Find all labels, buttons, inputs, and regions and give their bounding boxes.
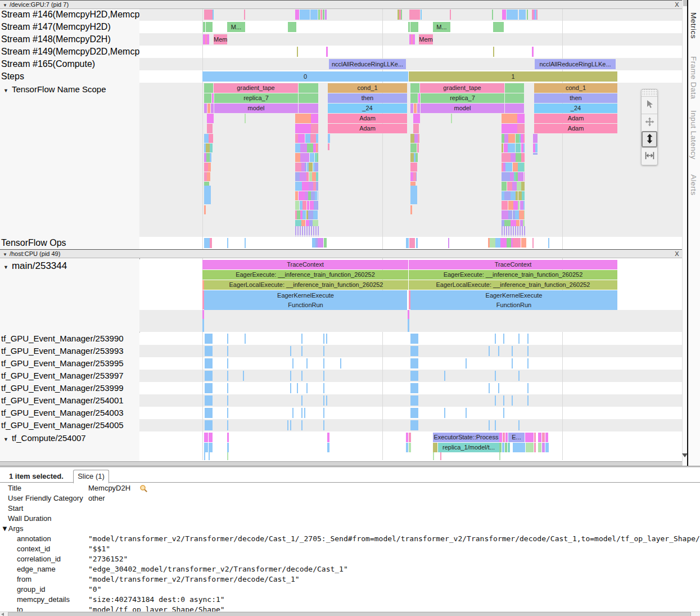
dense-slice[interactable] bbox=[295, 153, 300, 162]
dense-slice[interactable] bbox=[524, 226, 525, 235]
dense-slice[interactable] bbox=[516, 153, 521, 162]
dense-slice[interactable] bbox=[309, 182, 313, 191]
gpu-close-button[interactable]: X bbox=[673, 1, 681, 8]
trace-event-bar[interactable] bbox=[212, 93, 214, 103]
trace-event-bar[interactable] bbox=[327, 443, 329, 452]
dense-slice[interactable] bbox=[318, 238, 323, 248]
trace-event-bar[interactable] bbox=[517, 124, 525, 133]
trace-event-bar[interactable] bbox=[548, 238, 549, 248]
trace-event-bar[interactable] bbox=[245, 114, 246, 123]
dense-slice[interactable] bbox=[311, 191, 315, 200]
trace-event-bar[interactable] bbox=[495, 371, 496, 381]
dense-slice[interactable] bbox=[416, 163, 417, 172]
trace-event-bar[interactable] bbox=[505, 83, 524, 93]
dense-slice[interactable] bbox=[306, 172, 309, 181]
bar-replica-1-model-t[interactable]: replica_1/model/t... bbox=[438, 443, 499, 452]
dense-slice[interactable] bbox=[513, 226, 514, 235]
trace-event-bar[interactable] bbox=[328, 143, 329, 150]
dense-slice[interactable] bbox=[311, 226, 312, 235]
tab-frame-data[interactable]: Frame Data bbox=[689, 56, 698, 99]
trace-event-bar[interactable] bbox=[301, 334, 302, 344]
dense-slice[interactable] bbox=[302, 226, 303, 235]
dense-slice[interactable] bbox=[204, 134, 209, 143]
trace-event-bar[interactable] bbox=[534, 433, 536, 442]
dense-slice[interactable] bbox=[502, 226, 503, 235]
trace-event-bar[interactable] bbox=[527, 346, 529, 356]
dense-slice[interactable] bbox=[315, 236, 317, 236]
dense-slice[interactable] bbox=[313, 226, 314, 235]
dense-slice[interactable] bbox=[204, 182, 209, 186]
dense-slice[interactable] bbox=[502, 210, 508, 219]
trace-event-bar[interactable] bbox=[323, 383, 324, 393]
trace-event-bar[interactable] bbox=[518, 420, 520, 430]
bar-m[interactable]: M... bbox=[433, 22, 450, 32]
trace-event-bar[interactable] bbox=[507, 10, 518, 20]
dense-slice[interactable] bbox=[516, 191, 518, 200]
bar-m[interactable]: M... bbox=[227, 22, 245, 32]
trace-event-bar[interactable] bbox=[292, 358, 293, 368]
trace-event-bar[interactable] bbox=[210, 238, 212, 248]
hscroll-thumb[interactable] bbox=[8, 612, 691, 616]
trace-event-bar[interactable] bbox=[301, 371, 302, 381]
trace-event-bar[interactable] bbox=[493, 22, 504, 32]
dense-slice[interactable] bbox=[516, 220, 520, 226]
trace-event-bar[interactable] bbox=[209, 433, 213, 442]
trace-event-bar[interactable] bbox=[204, 443, 208, 452]
palette-drag-handle[interactable] bbox=[642, 89, 657, 96]
trace-event-bar[interactable] bbox=[325, 10, 327, 20]
dense-slice[interactable] bbox=[209, 134, 213, 143]
collapse-cpu-icon[interactable]: ▼ bbox=[3, 252, 7, 257]
dense-slice[interactable] bbox=[524, 172, 525, 181]
dense-slice[interactable] bbox=[295, 143, 300, 152]
trace-event-bar[interactable] bbox=[290, 383, 291, 393]
trace-event-bar[interactable] bbox=[489, 346, 490, 356]
trace-event-bar[interactable] bbox=[448, 238, 449, 248]
trace-event-bar[interactable] bbox=[410, 420, 418, 430]
trace-event-bar[interactable] bbox=[517, 114, 525, 123]
dense-slice[interactable] bbox=[513, 201, 518, 210]
bar-then[interactable]: then bbox=[328, 93, 407, 103]
dense-slice[interactable] bbox=[515, 236, 516, 236]
trace-event-bar[interactable] bbox=[323, 371, 324, 381]
trace-event-bar[interactable] bbox=[206, 22, 213, 32]
trace-event-bar[interactable] bbox=[450, 10, 451, 20]
trace-event-bar[interactable] bbox=[202, 310, 204, 319]
dense-slice[interactable] bbox=[515, 210, 519, 219]
dense-slice[interactable] bbox=[316, 172, 318, 181]
dense-slice[interactable] bbox=[513, 236, 514, 236]
trace-event-bar[interactable] bbox=[204, 93, 211, 103]
dense-slice[interactable] bbox=[518, 172, 523, 181]
dense-slice[interactable] bbox=[522, 226, 523, 235]
dense-slice[interactable] bbox=[502, 201, 508, 210]
dense-slice[interactable] bbox=[318, 191, 318, 200]
trace-event-bar[interactable] bbox=[243, 371, 244, 381]
dense-slice[interactable] bbox=[298, 134, 305, 143]
dense-slice[interactable] bbox=[508, 236, 509, 236]
dense-slice[interactable] bbox=[416, 153, 418, 162]
trace-event-bar[interactable] bbox=[512, 358, 513, 368]
dense-slice[interactable] bbox=[309, 163, 313, 172]
trace-event-bar[interactable] bbox=[297, 47, 298, 57]
trace-event-bar[interactable] bbox=[406, 238, 409, 248]
dense-slice[interactable] bbox=[513, 163, 518, 172]
args-header[interactable]: ▼Args bbox=[1, 524, 24, 533]
dense-slice[interactable] bbox=[324, 238, 327, 248]
trace-event-bar[interactable] bbox=[292, 408, 293, 418]
dense-slice[interactable] bbox=[508, 210, 512, 219]
trace-event-bar[interactable] bbox=[409, 433, 411, 442]
dense-slice[interactable] bbox=[523, 220, 525, 226]
collapse-gpu-icon[interactable]: ▼ bbox=[3, 3, 7, 8]
trace-event-bar[interactable] bbox=[451, 114, 452, 123]
trace-event-bar[interactable] bbox=[204, 238, 210, 248]
bar-1[interactable]: 1 bbox=[409, 71, 617, 82]
trace-event-bar[interactable] bbox=[502, 443, 504, 452]
trace-event-bar[interactable] bbox=[421, 10, 422, 20]
trace-event-bar[interactable] bbox=[205, 334, 213, 344]
dense-slice[interactable] bbox=[295, 191, 298, 200]
trace-event-bar[interactable] bbox=[290, 346, 291, 356]
dense-slice[interactable] bbox=[208, 163, 211, 172]
dense-slice[interactable] bbox=[504, 143, 508, 152]
trace-event-bar[interactable] bbox=[204, 104, 207, 113]
trace-event-bar[interactable] bbox=[406, 443, 408, 452]
dense-slice[interactable] bbox=[515, 226, 516, 235]
